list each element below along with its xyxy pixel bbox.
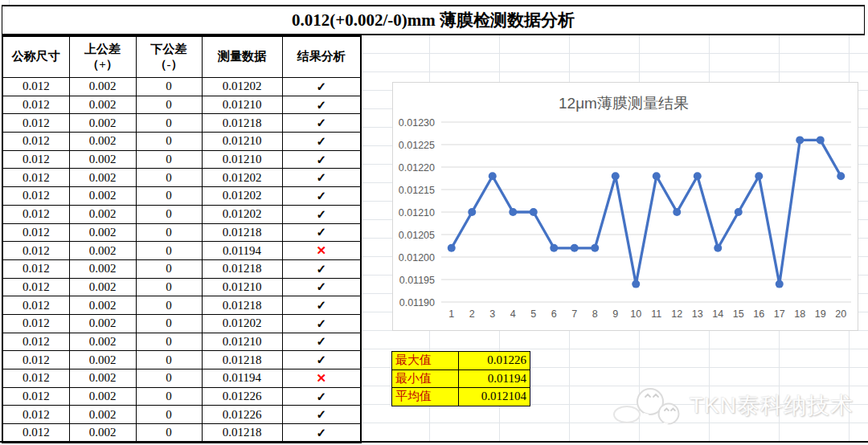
nominal-size-cell[interactable]: 0.012 — [2, 314, 69, 333]
summary-label-cell[interactable]: 最大值 — [392, 352, 459, 370]
nominal-size-cell[interactable]: 0.012 — [2, 169, 69, 187]
summary-label-cell[interactable]: 平均值 — [392, 388, 459, 406]
result-cell[interactable]: ✕ — [282, 369, 361, 388]
measured-value-cell[interactable]: 0.01218 — [202, 223, 282, 242]
lower-tolerance-cell[interactable]: 0 — [136, 387, 202, 406]
upper-tolerance-cell[interactable]: 0.002 — [69, 296, 136, 315]
measured-value-cell[interactable]: 0.01210 — [202, 96, 282, 114]
measured-value-cell[interactable]: 0.01218 — [202, 351, 282, 369]
lower-tolerance-cell[interactable]: 0 — [136, 296, 202, 315]
result-cell[interactable]: ✓ — [282, 169, 361, 187]
column-header[interactable]: 公称尺寸 — [2, 36, 69, 78]
result-cell[interactable]: ✓ — [282, 333, 361, 351]
upper-tolerance-cell[interactable]: 0.002 — [69, 114, 136, 133]
sheet-title-cell[interactable]: 0.012(+0.002/-0)mm 薄膜检测数据分析 — [2, 5, 865, 35]
measured-value-cell[interactable]: 0.01202 — [202, 78, 282, 96]
result-cell[interactable]: ✓ — [282, 114, 361, 133]
column-header[interactable]: 下公差（-） — [136, 36, 202, 78]
nominal-size-cell[interactable]: 0.012 — [2, 259, 69, 278]
column-header[interactable]: 结果分析 — [282, 36, 361, 78]
lower-tolerance-cell[interactable]: 0 — [136, 278, 202, 296]
measured-value-cell[interactable]: 0.01194 — [202, 242, 282, 260]
nominal-size-cell[interactable]: 0.012 — [2, 242, 69, 260]
upper-tolerance-cell[interactable]: 0.002 — [69, 169, 136, 187]
nominal-size-cell[interactable]: 0.012 — [2, 333, 69, 351]
nominal-size-cell[interactable]: 0.012 — [2, 96, 69, 114]
lower-tolerance-cell[interactable]: 0 — [136, 259, 202, 278]
result-cell[interactable]: ✓ — [282, 351, 361, 369]
result-cell[interactable]: ✓ — [282, 223, 361, 242]
upper-tolerance-cell[interactable]: 0.002 — [69, 387, 136, 406]
nominal-size-cell[interactable]: 0.012 — [2, 187, 69, 206]
measured-value-cell[interactable]: 0.01218 — [202, 114, 282, 133]
result-cell[interactable]: ✓ — [282, 187, 361, 206]
measurement-chart[interactable]: 0.011900.011950.012000.012050.012100.012… — [392, 82, 858, 331]
result-cell[interactable]: ✓ — [282, 78, 361, 96]
result-cell[interactable]: ✓ — [282, 387, 361, 406]
result-cell[interactable]: ✓ — [282, 205, 361, 223]
column-header[interactable]: 测量数据 — [202, 36, 282, 78]
result-cell[interactable]: ✓ — [282, 150, 361, 169]
nominal-size-cell[interactable]: 0.012 — [2, 78, 69, 96]
result-cell[interactable]: ✓ — [282, 96, 361, 114]
result-cell[interactable]: ✓ — [282, 296, 361, 315]
lower-tolerance-cell[interactable]: 0 — [136, 96, 202, 114]
measured-value-cell[interactable]: 0.01194 — [202, 369, 282, 388]
measured-value-cell[interactable]: 0.01210 — [202, 150, 282, 169]
nominal-size-cell[interactable]: 0.012 — [2, 205, 69, 223]
result-cell[interactable]: ✕ — [282, 242, 361, 260]
lower-tolerance-cell[interactable]: 0 — [136, 78, 202, 96]
nominal-size-cell[interactable]: 0.012 — [2, 424, 69, 443]
upper-tolerance-cell[interactable]: 0.002 — [69, 314, 136, 333]
lower-tolerance-cell[interactable]: 0 — [136, 114, 202, 133]
upper-tolerance-cell[interactable]: 0.002 — [69, 223, 136, 242]
measured-value-cell[interactable]: 0.01210 — [202, 333, 282, 351]
measured-value-cell[interactable]: 0.01202 — [202, 187, 282, 206]
nominal-size-cell[interactable]: 0.012 — [2, 223, 69, 242]
lower-tolerance-cell[interactable]: 0 — [136, 406, 202, 424]
lower-tolerance-cell[interactable]: 0 — [136, 242, 202, 260]
nominal-size-cell[interactable]: 0.012 — [2, 369, 69, 388]
lower-tolerance-cell[interactable]: 0 — [136, 351, 202, 369]
upper-tolerance-cell[interactable]: 0.002 — [69, 424, 136, 443]
upper-tolerance-cell[interactable]: 0.002 — [69, 205, 136, 223]
lower-tolerance-cell[interactable]: 0 — [136, 150, 202, 169]
lower-tolerance-cell[interactable]: 0 — [136, 424, 202, 443]
measured-value-cell[interactable]: 0.01226 — [202, 387, 282, 406]
upper-tolerance-cell[interactable]: 0.002 — [69, 278, 136, 296]
lower-tolerance-cell[interactable]: 0 — [136, 333, 202, 351]
upper-tolerance-cell[interactable]: 0.002 — [69, 150, 136, 169]
measured-value-cell[interactable]: 0.01218 — [202, 424, 282, 443]
nominal-size-cell[interactable]: 0.012 — [2, 351, 69, 369]
upper-tolerance-cell[interactable]: 0.002 — [69, 406, 136, 424]
upper-tolerance-cell[interactable]: 0.002 — [69, 133, 136, 151]
summary-label-cell[interactable]: 最小值 — [392, 369, 459, 388]
measured-value-cell[interactable]: 0.01218 — [202, 259, 282, 278]
lower-tolerance-cell[interactable]: 0 — [136, 169, 202, 187]
nominal-size-cell[interactable]: 0.012 — [2, 406, 69, 424]
result-cell[interactable]: ✓ — [282, 314, 361, 333]
measured-value-cell[interactable]: 0.01202 — [202, 169, 282, 187]
upper-tolerance-cell[interactable]: 0.002 — [69, 78, 136, 96]
nominal-size-cell[interactable]: 0.012 — [2, 296, 69, 315]
measured-value-cell[interactable]: 0.01218 — [202, 296, 282, 315]
upper-tolerance-cell[interactable]: 0.002 — [69, 351, 136, 369]
nominal-size-cell[interactable]: 0.012 — [2, 150, 69, 169]
measured-value-cell[interactable]: 0.01210 — [202, 278, 282, 296]
nominal-size-cell[interactable]: 0.012 — [2, 387, 69, 406]
lower-tolerance-cell[interactable]: 0 — [136, 369, 202, 388]
lower-tolerance-cell[interactable]: 0 — [136, 133, 202, 151]
measured-value-cell[interactable]: 0.01210 — [202, 133, 282, 151]
lower-tolerance-cell[interactable]: 0 — [136, 314, 202, 333]
summary-value-cell[interactable]: 0.01226 — [459, 352, 530, 370]
lower-tolerance-cell[interactable]: 0 — [136, 187, 202, 206]
upper-tolerance-cell[interactable]: 0.002 — [69, 333, 136, 351]
upper-tolerance-cell[interactable]: 0.002 — [69, 187, 136, 206]
result-cell[interactable]: ✓ — [282, 133, 361, 151]
measured-value-cell[interactable]: 0.01226 — [202, 406, 282, 424]
lower-tolerance-cell[interactable]: 0 — [136, 205, 202, 223]
upper-tolerance-cell[interactable]: 0.002 — [69, 96, 136, 114]
nominal-size-cell[interactable]: 0.012 — [2, 278, 69, 296]
lower-tolerance-cell[interactable]: 0 — [136, 223, 202, 242]
column-header[interactable]: 上公差（+） — [69, 36, 136, 78]
